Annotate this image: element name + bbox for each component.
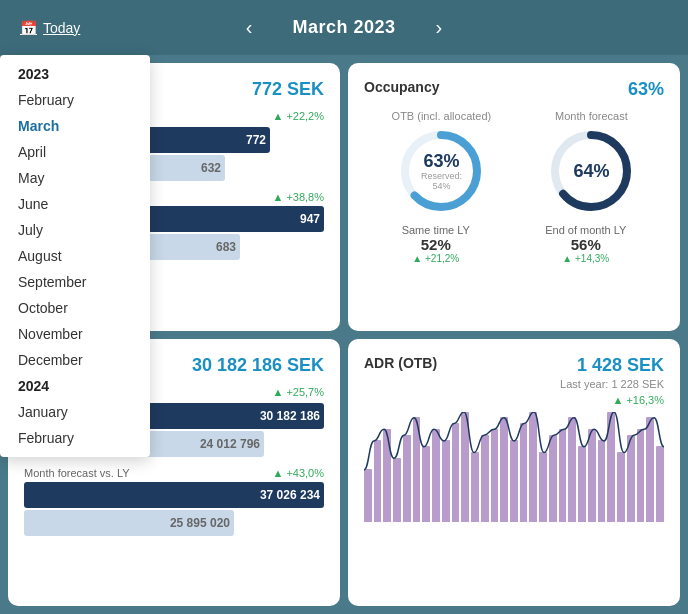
occ-circles: OTB (incl. allocated) 63% Reserved: 54% … bbox=[364, 110, 664, 216]
adr-bar-11 bbox=[471, 452, 479, 521]
adr-bar-13 bbox=[491, 429, 499, 522]
revenue-value: 772 SEK bbox=[252, 79, 324, 100]
otb-circle-label: OTB (incl. allocated) bbox=[392, 110, 492, 122]
adr-bar-15 bbox=[510, 440, 518, 521]
adr-bar-5 bbox=[413, 417, 421, 521]
dropdown-item-november[interactable]: November bbox=[0, 321, 150, 347]
adr-bar-7 bbox=[432, 429, 440, 522]
adr-bar-1 bbox=[374, 440, 382, 521]
adr-bar-20 bbox=[559, 429, 567, 522]
forecast-circle: 64% bbox=[546, 126, 636, 216]
adr-chart bbox=[364, 412, 664, 542]
forecast-pct: 64% bbox=[573, 161, 609, 182]
adr-bar-0 bbox=[364, 469, 372, 521]
rev2-forecast-section: Month forecast vs. LY +43,0% 37 026 234 … bbox=[24, 467, 324, 536]
adr-bar-9 bbox=[452, 423, 460, 521]
next-arrow[interactable]: › bbox=[426, 16, 453, 39]
today-label[interactable]: Today bbox=[43, 20, 80, 36]
adr-bar-24 bbox=[598, 440, 606, 521]
otb-circle-section: OTB (incl. allocated) 63% Reserved: 54% bbox=[392, 110, 492, 216]
adr-bar-18 bbox=[539, 452, 547, 521]
header: 📅 Today ‹ March 2023 › bbox=[0, 0, 688, 55]
adr-bar-29 bbox=[646, 417, 654, 521]
adr-bar-17 bbox=[529, 412, 537, 522]
rev2-otb-value: 30 182 186 bbox=[260, 409, 320, 423]
occupancy-header: Occupancy 63% bbox=[364, 79, 664, 100]
rev2-forecast-bar: 37 026 234 bbox=[24, 482, 324, 508]
rev2-forecast-compare-bar: 25 895 020 bbox=[24, 510, 324, 536]
eom-val: 56% bbox=[545, 236, 626, 253]
otb-sub2: 54% bbox=[421, 182, 462, 192]
rev2-forecast-value: 37 026 234 bbox=[260, 488, 320, 502]
adr-bar-2 bbox=[383, 429, 391, 522]
adr-value: 1 428 SEK bbox=[577, 355, 664, 376]
otb-circle: 63% Reserved: 54% bbox=[396, 126, 486, 216]
adr-bar-16 bbox=[520, 423, 528, 521]
rev2-forecast-change: +43,0% bbox=[272, 467, 324, 479]
revenue2-value: 30 182 186 SEK bbox=[192, 355, 324, 376]
header-center: ‹ March 2023 › bbox=[236, 16, 452, 39]
rev2-forecast-compare-value: 25 895 020 bbox=[170, 516, 230, 530]
adr-card: ADR (OTB) 1 428 SEK Last year: 1 228 SEK… bbox=[348, 339, 680, 607]
adr-bar-22 bbox=[578, 446, 586, 521]
adr-bar-14 bbox=[500, 417, 508, 521]
adr-bar-26 bbox=[617, 452, 625, 521]
occ-footer: Same time LY 52% ▲ +21,2% End of month L… bbox=[364, 224, 664, 264]
ly-section: Same time LY 52% ▲ +21,2% bbox=[402, 224, 470, 264]
dropdown-item-february[interactable]: February bbox=[0, 425, 150, 451]
rev2-forecast-compare-fill: 25 895 020 bbox=[24, 510, 234, 536]
rev2-otb-change: +25,7% bbox=[272, 386, 324, 398]
rev2-forecast-label: Month forecast vs. LY +43,0% bbox=[24, 467, 324, 479]
otb-pct: 63% bbox=[421, 151, 462, 172]
forecast-bar-value: 947 bbox=[300, 212, 320, 226]
adr-bar-25 bbox=[607, 412, 615, 522]
dropdown-item-september[interactable]: September bbox=[0, 269, 150, 295]
adr-bar-3 bbox=[393, 458, 401, 522]
ly-label: Same time LY bbox=[402, 224, 470, 236]
dropdown-item-2023[interactable]: 2023 bbox=[0, 61, 150, 87]
adr-bar-8 bbox=[442, 440, 450, 521]
otb-circle-center: 63% Reserved: 54% bbox=[421, 151, 462, 192]
occupancy-title: Occupancy bbox=[364, 79, 439, 95]
occupancy-card: Occupancy 63% OTB (incl. allocated) 63% … bbox=[348, 63, 680, 331]
dropdown-item-june[interactable]: June bbox=[0, 191, 150, 217]
adr-bar-27 bbox=[627, 435, 635, 522]
rev2-forecast-fill: 37 026 234 bbox=[24, 482, 324, 508]
header-title: March 2023 bbox=[292, 17, 395, 38]
adr-bar-21 bbox=[568, 417, 576, 521]
eom-label: End of month LY bbox=[545, 224, 626, 236]
otb-change: +22,2% bbox=[272, 110, 324, 122]
adr-bar-19 bbox=[549, 435, 557, 522]
forecast-change: +38,8% bbox=[272, 191, 324, 203]
dropdown-item-january[interactable]: January bbox=[0, 399, 150, 425]
dropdown-item-july[interactable]: July bbox=[0, 217, 150, 243]
adr-header: ADR (OTB) 1 428 SEK bbox=[364, 355, 664, 376]
ly-val: 52% bbox=[402, 236, 470, 253]
prev-arrow[interactable]: ‹ bbox=[236, 16, 263, 39]
adr-change: ▲ +16,3% bbox=[364, 394, 664, 406]
adr-bar-23 bbox=[588, 429, 596, 522]
forecast-circle-label: Month forecast bbox=[555, 110, 628, 122]
dropdown-item-december[interactable]: December bbox=[0, 347, 150, 373]
occupancy-value: 63% bbox=[628, 79, 664, 100]
dropdown-item-february[interactable]: February bbox=[0, 87, 150, 113]
dropdown-item-march[interactable]: March bbox=[0, 113, 150, 139]
adr-bar-12 bbox=[481, 435, 489, 522]
otb-compare-value: 632 bbox=[201, 161, 221, 175]
today-button[interactable]: 📅 Today bbox=[20, 20, 80, 36]
ly-change: ▲ +21,2% bbox=[402, 253, 470, 264]
adr-title: ADR (OTB) bbox=[364, 355, 437, 371]
adr-bar-6 bbox=[422, 446, 430, 521]
dropdown-item-august[interactable]: August bbox=[0, 243, 150, 269]
forecast-circle-section: Month forecast 64% bbox=[546, 110, 636, 216]
adr-bar-30 bbox=[656, 446, 664, 521]
adr-bar-28 bbox=[637, 429, 645, 522]
dropdown-item-may[interactable]: May bbox=[0, 165, 150, 191]
calendar-icon: 📅 bbox=[20, 20, 37, 36]
rev2-compare-value: 24 012 796 bbox=[200, 437, 260, 451]
eom-change: ▲ +14,3% bbox=[545, 253, 626, 264]
dropdown-item-2024[interactable]: 2024 bbox=[0, 373, 150, 399]
dropdown-item-april[interactable]: April bbox=[0, 139, 150, 165]
forecast-compare-value: 683 bbox=[216, 240, 236, 254]
dropdown-item-october[interactable]: October bbox=[0, 295, 150, 321]
